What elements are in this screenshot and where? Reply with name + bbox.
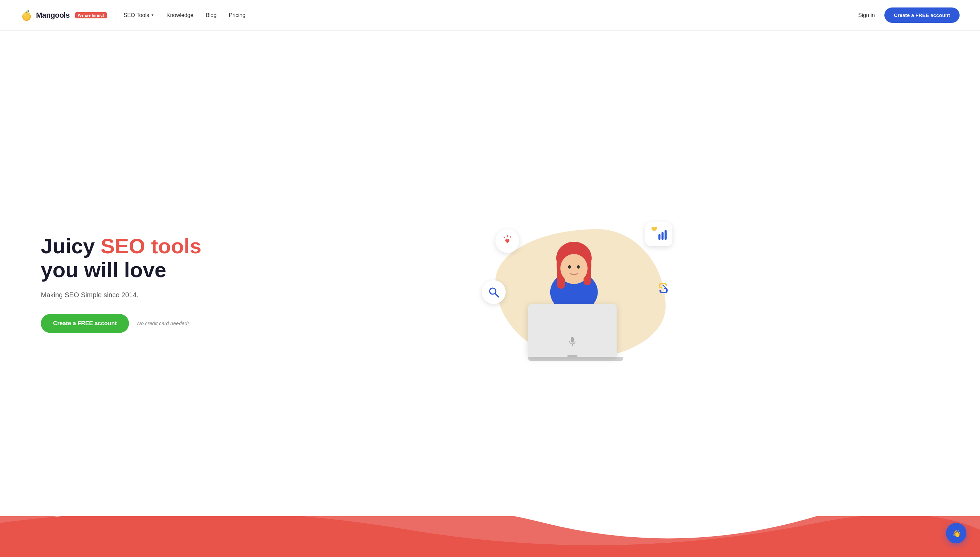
svg-rect-19 xyxy=(571,337,574,342)
laptop-notch xyxy=(567,355,578,357)
wave-hand-icon: 👋 xyxy=(951,528,961,538)
svg-point-3 xyxy=(28,10,29,12)
svg-rect-8 xyxy=(662,232,664,240)
link-float-icon xyxy=(655,277,676,297)
svg-text:👋: 👋 xyxy=(952,529,961,537)
nav-item-blog[interactable]: Blog xyxy=(206,12,216,18)
link-icon xyxy=(658,280,673,294)
logo-text: Mangools xyxy=(36,11,70,20)
chart-icon xyxy=(650,227,667,242)
chart-float-icon xyxy=(645,222,672,246)
help-chat-button[interactable]: 👋 xyxy=(946,523,966,543)
chevron-down-icon: ▼ xyxy=(151,13,154,17)
sign-in-link[interactable]: Sign in xyxy=(858,12,875,18)
nav-link-blog[interactable]: Blog xyxy=(206,12,216,18)
create-account-button-hero[interactable]: Create a FREE account xyxy=(41,314,129,333)
navbar: Mangools We are hiring! SEO Tools ▼ Know… xyxy=(0,0,980,31)
hero-actions: Create a FREE account No credit card nee… xyxy=(41,314,201,333)
nav-item-knowledge[interactable]: Knowledge xyxy=(166,12,193,18)
wave-svg xyxy=(0,516,980,557)
nav-link-pricing[interactable]: Pricing xyxy=(229,12,245,18)
svg-line-6 xyxy=(504,237,505,238)
mic-icon xyxy=(568,336,576,347)
hero-title-end: you will love xyxy=(41,258,166,282)
svg-point-15 xyxy=(560,254,588,283)
laptop-screen xyxy=(528,304,617,357)
no-credit-card-text: No credit card needed! xyxy=(137,320,189,326)
svg-point-16 xyxy=(568,265,571,269)
logo[interactable]: Mangools xyxy=(20,9,70,21)
wave-bottom xyxy=(0,516,980,557)
nav-divider xyxy=(115,8,115,22)
heart-float-icon xyxy=(495,229,519,253)
svg-point-2 xyxy=(23,13,26,16)
navbar-right: Sign in Create a FREE account xyxy=(858,8,960,23)
svg-rect-7 xyxy=(659,234,660,240)
create-account-button-nav[interactable]: Create a FREE account xyxy=(884,8,960,23)
illustration-container xyxy=(482,202,679,365)
heart-icon xyxy=(501,235,513,247)
svg-line-5 xyxy=(510,237,511,238)
laptop-base xyxy=(528,357,623,361)
hero-title: Juicy SEO tools you will love xyxy=(41,234,201,282)
nav-link-knowledge[interactable]: Knowledge xyxy=(166,12,193,18)
hero-content: Juicy SEO tools you will love Making SEO… xyxy=(41,234,201,333)
hero-subtitle: Making SEO Simple since 2014. xyxy=(41,291,201,299)
character-illustration xyxy=(533,224,615,313)
svg-point-18 xyxy=(572,243,576,246)
search-icon xyxy=(488,286,500,298)
nav-item-pricing[interactable]: Pricing xyxy=(229,12,245,18)
laptop-illustration xyxy=(528,304,623,365)
svg-line-22 xyxy=(495,293,498,297)
svg-rect-9 xyxy=(665,230,667,240)
hiring-badge[interactable]: We are hiring! xyxy=(75,12,107,18)
nav-link-seo-tools[interactable]: SEO Tools xyxy=(123,12,149,18)
navbar-left: Mangools We are hiring! SEO Tools ▼ Know… xyxy=(20,8,245,22)
hero-title-highlight: SEO tools xyxy=(101,234,201,258)
search-float-icon xyxy=(482,280,506,304)
hero-section: Juicy SEO tools you will love Making SEO… xyxy=(0,31,980,516)
svg-point-17 xyxy=(577,265,580,269)
logo-icon xyxy=(20,9,32,21)
hero-title-plain: Juicy xyxy=(41,234,101,258)
hero-illustration xyxy=(201,202,960,365)
nav-item-seo-tools[interactable]: SEO Tools ▼ xyxy=(123,12,154,18)
nav-links: SEO Tools ▼ Knowledge Blog Pricing xyxy=(123,12,245,18)
